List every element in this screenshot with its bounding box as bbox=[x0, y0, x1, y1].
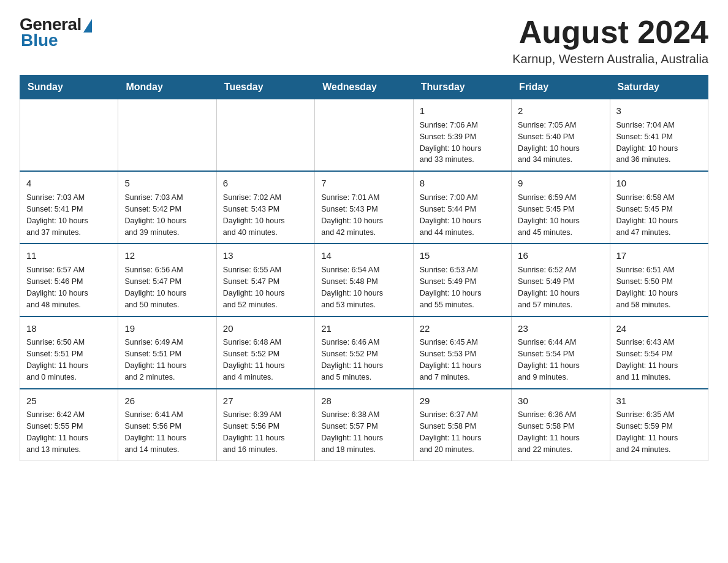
day-cell: 25Sunrise: 6:42 AM Sunset: 5:55 PM Dayli… bbox=[20, 389, 118, 461]
day-number: 8 bbox=[420, 177, 505, 190]
logo-triangle-icon bbox=[83, 19, 92, 33]
day-number: 28 bbox=[321, 394, 406, 408]
day-cell: 14Sunrise: 6:54 AM Sunset: 5:48 PM Dayli… bbox=[315, 243, 413, 316]
day-info: Sunrise: 7:01 AM Sunset: 5:43 PM Dayligh… bbox=[321, 193, 383, 237]
day-info: Sunrise: 6:52 AM Sunset: 5:49 PM Dayligh… bbox=[518, 266, 580, 309]
week-row-5: 25Sunrise: 6:42 AM Sunset: 5:55 PM Dayli… bbox=[20, 389, 708, 461]
day-number: 21 bbox=[321, 322, 406, 335]
title-area: August 2024 Karnup, Western Australia, A… bbox=[512, 15, 708, 66]
day-cell: 6Sunrise: 7:02 AM Sunset: 5:43 PM Daylig… bbox=[216, 171, 314, 243]
col-header-thursday: Thursday bbox=[413, 75, 511, 99]
week-row-1: 1Sunrise: 7:06 AM Sunset: 5:39 PM Daylig… bbox=[20, 99, 708, 172]
day-info: Sunrise: 6:36 AM Sunset: 5:58 PM Dayligh… bbox=[518, 410, 580, 454]
day-info: Sunrise: 6:55 AM Sunset: 5:47 PM Dayligh… bbox=[223, 266, 285, 309]
day-info: Sunrise: 6:57 AM Sunset: 5:46 PM Dayligh… bbox=[26, 266, 88, 309]
day-info: Sunrise: 7:03 AM Sunset: 5:42 PM Dayligh… bbox=[124, 193, 186, 237]
day-number: 19 bbox=[124, 322, 210, 335]
day-info: Sunrise: 7:04 AM Sunset: 5:41 PM Dayligh… bbox=[616, 121, 678, 164]
day-cell: 17Sunrise: 6:51 AM Sunset: 5:50 PM Dayli… bbox=[610, 243, 708, 316]
day-info: Sunrise: 6:42 AM Sunset: 5:55 PM Dayligh… bbox=[26, 410, 88, 454]
day-cell bbox=[216, 99, 314, 172]
week-row-2: 4Sunrise: 7:03 AM Sunset: 5:41 PM Daylig… bbox=[20, 171, 708, 243]
day-cell: 16Sunrise: 6:52 AM Sunset: 5:49 PM Dayli… bbox=[512, 243, 610, 316]
day-number: 12 bbox=[124, 249, 210, 262]
day-cell: 3Sunrise: 7:04 AM Sunset: 5:41 PM Daylig… bbox=[610, 99, 708, 172]
day-cell: 7Sunrise: 7:01 AM Sunset: 5:43 PM Daylig… bbox=[315, 171, 413, 243]
day-cell: 23Sunrise: 6:44 AM Sunset: 5:54 PM Dayli… bbox=[512, 316, 610, 389]
calendar-header: SundayMondayTuesdayWednesdayThursdayFrid… bbox=[20, 75, 708, 99]
col-header-saturday: Saturday bbox=[610, 75, 708, 99]
day-number: 5 bbox=[124, 177, 210, 190]
day-info: Sunrise: 6:51 AM Sunset: 5:50 PM Dayligh… bbox=[616, 266, 678, 309]
week-row-3: 11Sunrise: 6:57 AM Sunset: 5:46 PM Dayli… bbox=[20, 243, 708, 316]
day-number: 14 bbox=[321, 249, 406, 262]
day-number: 15 bbox=[420, 249, 505, 262]
day-number: 9 bbox=[518, 177, 603, 190]
day-cell: 19Sunrise: 6:49 AM Sunset: 5:51 PM Dayli… bbox=[118, 316, 216, 389]
day-info: Sunrise: 6:43 AM Sunset: 5:54 PM Dayligh… bbox=[616, 338, 678, 381]
day-info: Sunrise: 6:37 AM Sunset: 5:58 PM Dayligh… bbox=[420, 410, 482, 454]
day-cell: 20Sunrise: 6:48 AM Sunset: 5:52 PM Dayli… bbox=[216, 316, 314, 389]
day-cell: 26Sunrise: 6:41 AM Sunset: 5:56 PM Dayli… bbox=[118, 389, 216, 461]
day-cell: 9Sunrise: 6:59 AM Sunset: 5:45 PM Daylig… bbox=[512, 171, 610, 243]
col-header-monday: Monday bbox=[118, 75, 216, 99]
day-number: 17 bbox=[616, 249, 702, 262]
day-cell bbox=[118, 99, 216, 172]
day-cell: 27Sunrise: 6:39 AM Sunset: 5:56 PM Dayli… bbox=[216, 389, 314, 461]
day-info: Sunrise: 7:00 AM Sunset: 5:44 PM Dayligh… bbox=[420, 193, 482, 237]
day-info: Sunrise: 6:59 AM Sunset: 5:45 PM Dayligh… bbox=[518, 193, 580, 237]
day-info: Sunrise: 6:41 AM Sunset: 5:56 PM Dayligh… bbox=[124, 410, 186, 454]
day-number: 31 bbox=[616, 394, 702, 408]
day-cell: 4Sunrise: 7:03 AM Sunset: 5:41 PM Daylig… bbox=[20, 171, 118, 243]
day-info: Sunrise: 6:50 AM Sunset: 5:51 PM Dayligh… bbox=[26, 338, 88, 381]
day-number: 2 bbox=[518, 104, 603, 118]
day-info: Sunrise: 7:02 AM Sunset: 5:43 PM Dayligh… bbox=[223, 193, 285, 237]
day-cell: 31Sunrise: 6:35 AM Sunset: 5:59 PM Dayli… bbox=[610, 389, 708, 461]
day-number: 6 bbox=[223, 177, 308, 190]
calendar-body: 1Sunrise: 7:06 AM Sunset: 5:39 PM Daylig… bbox=[20, 99, 708, 461]
day-number: 29 bbox=[420, 394, 505, 408]
day-number: 27 bbox=[223, 394, 308, 408]
day-number: 22 bbox=[420, 322, 505, 335]
day-cell: 21Sunrise: 6:46 AM Sunset: 5:52 PM Dayli… bbox=[315, 316, 413, 389]
day-cell: 18Sunrise: 6:50 AM Sunset: 5:51 PM Dayli… bbox=[20, 316, 118, 389]
day-info: Sunrise: 6:46 AM Sunset: 5:52 PM Dayligh… bbox=[321, 338, 383, 381]
day-info: Sunrise: 6:38 AM Sunset: 5:57 PM Dayligh… bbox=[321, 410, 383, 454]
day-cell: 5Sunrise: 7:03 AM Sunset: 5:42 PM Daylig… bbox=[118, 171, 216, 243]
day-number: 25 bbox=[26, 394, 112, 408]
day-info: Sunrise: 6:54 AM Sunset: 5:48 PM Dayligh… bbox=[321, 266, 383, 309]
day-number: 23 bbox=[518, 322, 603, 335]
logo: General Blue bbox=[20, 15, 92, 50]
day-info: Sunrise: 7:06 AM Sunset: 5:39 PM Dayligh… bbox=[420, 121, 482, 164]
col-header-friday: Friday bbox=[512, 75, 610, 99]
day-info: Sunrise: 6:44 AM Sunset: 5:54 PM Dayligh… bbox=[518, 338, 580, 381]
location-subtitle: Karnup, Western Australia, Australia bbox=[512, 52, 708, 66]
month-title: August 2024 bbox=[512, 15, 708, 50]
day-cell: 22Sunrise: 6:45 AM Sunset: 5:53 PM Dayli… bbox=[413, 316, 511, 389]
day-cell: 10Sunrise: 6:58 AM Sunset: 5:45 PM Dayli… bbox=[610, 171, 708, 243]
day-number: 1 bbox=[420, 104, 505, 118]
week-row-4: 18Sunrise: 6:50 AM Sunset: 5:51 PM Dayli… bbox=[20, 316, 708, 389]
logo-blue-text: Blue bbox=[21, 31, 58, 50]
day-info: Sunrise: 6:49 AM Sunset: 5:51 PM Dayligh… bbox=[124, 338, 186, 381]
day-info: Sunrise: 6:45 AM Sunset: 5:53 PM Dayligh… bbox=[420, 338, 482, 381]
calendar-table: SundayMondayTuesdayWednesdayThursdayFrid… bbox=[20, 75, 708, 461]
day-info: Sunrise: 6:56 AM Sunset: 5:47 PM Dayligh… bbox=[124, 266, 186, 309]
col-header-tuesday: Tuesday bbox=[216, 75, 314, 99]
day-number: 16 bbox=[518, 249, 603, 262]
day-info: Sunrise: 7:05 AM Sunset: 5:40 PM Dayligh… bbox=[518, 121, 580, 164]
day-info: Sunrise: 6:58 AM Sunset: 5:45 PM Dayligh… bbox=[616, 193, 678, 237]
day-cell: 8Sunrise: 7:00 AM Sunset: 5:44 PM Daylig… bbox=[413, 171, 511, 243]
day-cell: 15Sunrise: 6:53 AM Sunset: 5:49 PM Dayli… bbox=[413, 243, 511, 316]
day-info: Sunrise: 6:35 AM Sunset: 5:59 PM Dayligh… bbox=[616, 410, 678, 454]
day-cell: 28Sunrise: 6:38 AM Sunset: 5:57 PM Dayli… bbox=[315, 389, 413, 461]
day-cell: 11Sunrise: 6:57 AM Sunset: 5:46 PM Dayli… bbox=[20, 243, 118, 316]
day-number: 24 bbox=[616, 322, 702, 335]
page-header: General Blue August 2024 Karnup, Western… bbox=[20, 15, 708, 66]
day-number: 30 bbox=[518, 394, 603, 408]
day-cell: 1Sunrise: 7:06 AM Sunset: 5:39 PM Daylig… bbox=[413, 99, 511, 172]
day-number: 4 bbox=[26, 177, 112, 190]
day-cell: 12Sunrise: 6:56 AM Sunset: 5:47 PM Dayli… bbox=[118, 243, 216, 316]
day-cell: 30Sunrise: 6:36 AM Sunset: 5:58 PM Dayli… bbox=[512, 389, 610, 461]
day-cell: 29Sunrise: 6:37 AM Sunset: 5:58 PM Dayli… bbox=[413, 389, 511, 461]
